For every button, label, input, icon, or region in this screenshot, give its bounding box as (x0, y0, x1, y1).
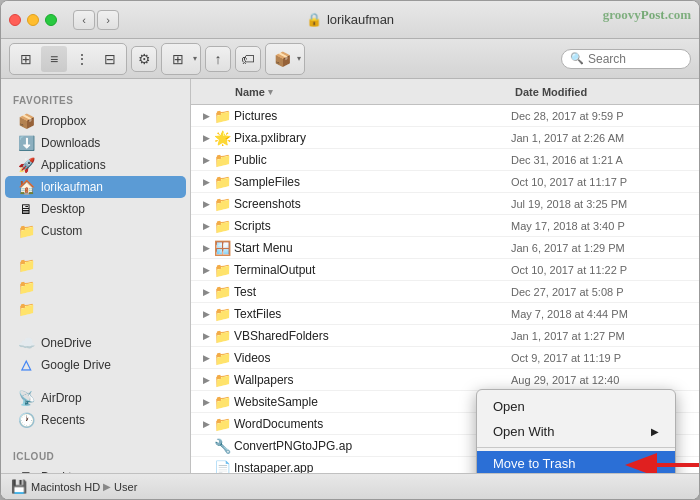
chevron-icon: ▶ (199, 199, 213, 209)
folder-icon: 📁 (213, 306, 231, 322)
search-input[interactable] (588, 52, 682, 66)
sidebar-item-label: Custom (41, 224, 82, 238)
search-box[interactable]: 🔍 (561, 49, 691, 69)
sidebar-item-lorikaufman[interactable]: 🏠 lorikaufman (5, 176, 186, 198)
close-button[interactable] (9, 14, 21, 26)
sidebar-item-desktop[interactable]: 🖥 Desktop (5, 198, 186, 220)
share-btn[interactable]: ↑ (205, 46, 231, 72)
sidebar-section-favorites: Favorites (1, 87, 190, 110)
column-view-btn[interactable]: ⋮ (69, 46, 95, 72)
sidebar-item-label: lorikaufman (41, 180, 103, 194)
file-name: Videos (231, 351, 511, 365)
folder-icon: 📁 (213, 328, 231, 344)
file-row[interactable]: ▶ 📁 Pictures Dec 28, 2017 at 9:59 P (191, 105, 699, 127)
sidebar-item-custom[interactable]: 📁 Custom (5, 220, 186, 242)
file-name: Public (231, 153, 511, 167)
file-row[interactable]: ▶ 📁 Videos Oct 9, 2017 at 11:19 P (191, 347, 699, 369)
file-row[interactable]: ▶ 📁 SampleFiles Oct 10, 2017 at 11:17 P (191, 171, 699, 193)
file-row[interactable]: ▶ 📁 Screenshots Jul 19, 2018 at 3:25 PM (191, 193, 699, 215)
path-user[interactable]: User (114, 481, 137, 493)
file-name: Test (231, 285, 511, 299)
sidebar-item-downloads[interactable]: ⬇️ Downloads (5, 132, 186, 154)
action-btn[interactable]: ⚙ (131, 46, 157, 72)
folder-icon: 📁 (213, 284, 231, 300)
file-name: Scripts (231, 219, 511, 233)
folder-icon: 📁 (17, 223, 35, 239)
sidebar: Favorites 📦 Dropbox ⬇️ Downloads 🚀 Appli… (1, 79, 191, 473)
file-name: WordDocuments (231, 417, 511, 431)
bottom-bar: 💾 Macintosh HD ▶ User (1, 473, 699, 499)
col-header-name[interactable]: Name ▾ (231, 86, 511, 98)
file-name: TextFiles (231, 307, 511, 321)
file-date: May 7, 2018 at 4:44 PM (511, 308, 691, 320)
file-date: Oct 9, 2017 at 11:19 P (511, 352, 691, 364)
file-name: VBSharedFolders (231, 329, 511, 343)
forward-button[interactable]: › (97, 10, 119, 30)
dropbox-btn[interactable]: 📦 (269, 46, 295, 72)
file-date: Dec 27, 2017 at 5:08 P (511, 286, 691, 298)
icon-view-btn[interactable]: ⊞ (13, 46, 39, 72)
arrange-btn[interactable]: ⊞ (165, 46, 191, 72)
sidebar-item-folder1[interactable]: 📁 (5, 254, 186, 276)
window-title: 🔒 lorikaufman (306, 12, 394, 27)
sidebar-item-label: Desktop (41, 202, 85, 216)
dropbox-icon: 📦 (17, 113, 35, 129)
file-name: TerminalOutput (231, 263, 511, 277)
gallery-view-btn[interactable]: ⊟ (97, 46, 123, 72)
file-row[interactable]: ▶ 📁 TerminalOutput Oct 10, 2017 at 11:22… (191, 259, 699, 281)
sidebar-section-icloud: iCloud (1, 443, 190, 466)
back-button[interactable]: ‹ (73, 10, 95, 30)
sidebar-item-airdrop[interactable]: 📡 AirDrop (5, 387, 186, 409)
sidebar-item-label: Downloads (41, 136, 100, 150)
file-row[interactable]: ▶ 📁 TextFiles May 7, 2018 at 4:44 PM (191, 303, 699, 325)
sidebar-item-label: AirDrop (41, 391, 82, 405)
context-menu-open-with[interactable]: Open With ▶ (477, 419, 675, 444)
folder-icon: 📁 (213, 416, 231, 432)
sidebar-item-folder3[interactable]: 📁 (5, 298, 186, 320)
sidebar-item-dropbox[interactable]: 📦 Dropbox (5, 110, 186, 132)
chevron-icon: ▶ (199, 177, 213, 187)
maximize-button[interactable] (45, 14, 57, 26)
file-row[interactable]: ▶ 📁 Scripts May 17, 2018 at 3:40 P (191, 215, 699, 237)
sidebar-item-folder2[interactable]: 📁 (5, 276, 186, 298)
sidebar-item-onedrive[interactable]: ☁️ OneDrive (5, 332, 186, 354)
file-row[interactable]: ▶ 📁 VBSharedFolders Jan 1, 2017 at 1:27 … (191, 325, 699, 347)
sidebar-item-googledrive[interactable]: △ Google Drive (5, 354, 186, 375)
file-row[interactable]: ▶ 📁 Public Dec 31, 2016 at 1:21 A (191, 149, 699, 171)
folder-icon: 📁 (213, 108, 231, 124)
path-macintosh[interactable]: Macintosh HD (31, 481, 100, 493)
file-row[interactable]: ▶ 🪟 Start Menu Jan 6, 2017 at 1:29 PM (191, 237, 699, 259)
context-menu-move-to-trash[interactable]: Move to Trash (477, 451, 675, 473)
sidebar-item-label: Applications (41, 158, 106, 172)
list-view-btn[interactable]: ≡ (41, 46, 67, 72)
chevron-icon: ▶ (199, 265, 213, 275)
disk-icon: 💾 (11, 479, 27, 494)
file-row[interactable]: ▶ 📁 Wallpapers Aug 29, 2017 at 12:40 (191, 369, 699, 391)
folder-icon: 📁 (213, 174, 231, 190)
chevron-icon: ▶ (199, 397, 213, 407)
startmenu-icon: 🪟 (213, 240, 231, 256)
file-row[interactable]: ▶ 🌟 Pixa.pxlibrary Jan 1, 2017 at 2:26 A… (191, 127, 699, 149)
col-header-date[interactable]: Date Modified (511, 86, 691, 98)
file-name: Pictures (231, 109, 511, 123)
file-date: Jul 19, 2018 at 3:25 PM (511, 198, 691, 210)
context-menu-open[interactable]: Open (477, 394, 675, 419)
file-header: Name ▾ Date Modified (191, 79, 699, 105)
folder-icon: 📁 (213, 394, 231, 410)
view-group: ⊞ ≡ ⋮ ⊟ (9, 43, 127, 75)
main-content: Favorites 📦 Dropbox ⬇️ Downloads 🚀 Appli… (1, 79, 699, 473)
minimize-button[interactable] (27, 14, 39, 26)
file-date: May 17, 2018 at 3:40 P (511, 220, 691, 232)
edit-tags-btn[interactable]: 🏷 (235, 46, 261, 72)
sidebar-item-icloud-desktop[interactable]: 🖥 Desktop (5, 466, 186, 473)
sidebar-item-applications[interactable]: 🚀 Applications (5, 154, 186, 176)
context-menu-separator (477, 447, 675, 448)
file-date: Dec 28, 2017 at 9:59 P (511, 110, 691, 122)
recents-icon: 🕐 (17, 412, 35, 428)
breadcrumb: Macintosh HD ▶ User (31, 481, 137, 493)
chevron-icon: ▶ (199, 243, 213, 253)
chevron-icon: ▶ (199, 331, 213, 341)
file-date: Oct 10, 2017 at 11:22 P (511, 264, 691, 276)
sidebar-item-recents[interactable]: 🕐 Recents (5, 409, 186, 431)
file-row[interactable]: ▶ 📁 Test Dec 27, 2017 at 5:08 P (191, 281, 699, 303)
